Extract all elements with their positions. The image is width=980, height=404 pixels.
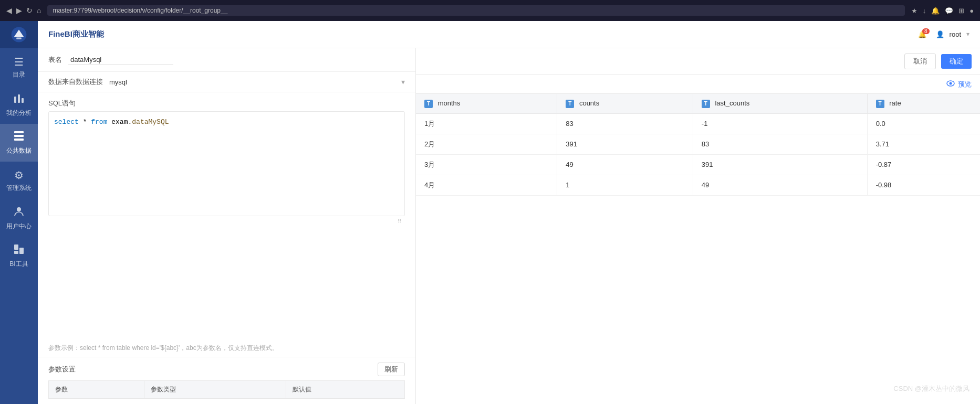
topbar-nav-icons: ◀ ▶ ↻ ⌂ (6, 6, 41, 15)
svg-rect-7 (14, 135, 24, 137)
nav-home-icon[interactable]: ⌂ (37, 6, 41, 15)
data-table: T months T counts T last_counts (416, 94, 980, 196)
sidebar-item-dashboard[interactable]: ☰ 目录 (0, 48, 38, 86)
nav-forward-icon[interactable]: ▶ (16, 6, 22, 15)
content-header: FineBI商业智能 🔔 8 👤 root ▾ (38, 21, 980, 48)
svg-rect-2 (16, 38, 22, 39)
user-dropdown-icon[interactable]: ▾ (966, 30, 969, 38)
preview-label[interactable]: 预览 (958, 80, 972, 89)
sql-section: SQL语句 select * from exam.dataMySQL ⠿ (38, 92, 415, 339)
dashboard-icon: ☰ (14, 56, 24, 68)
svg-rect-8 (14, 139, 24, 141)
cell-months-2: 3月 (416, 154, 557, 175)
sidebar-item-label-myanalysis: 我的分析 (6, 109, 32, 118)
type-icon-last-counts: T (702, 100, 710, 108)
notification-icon[interactable]: 🔔 8 (918, 30, 926, 38)
admin-icon: ⚙ (14, 169, 24, 182)
nav-refresh-icon[interactable]: ↻ (26, 6, 33, 15)
param-table: 参数 参数类型 默认值 (48, 380, 405, 399)
content-body: 表名 数据来自数据连接 mysql ▾ SQL语句 select (38, 48, 980, 404)
col-label-rate: rate (889, 99, 901, 107)
content-area: FineBI商业智能 🔔 8 👤 root ▾ 表名 (38, 21, 980, 404)
col-header-counts: T counts (557, 94, 693, 113)
svg-rect-5 (22, 98, 24, 103)
svg-rect-12 (14, 244, 18, 250)
sidebar-item-myanalysis[interactable]: 我的分析 (0, 86, 38, 124)
chevron-down-icon: ▾ (401, 78, 405, 86)
publicdata-icon (13, 130, 25, 144)
usercenter-icon (13, 206, 25, 220)
sidebar: ☰ 目录 我的分析 公共数据 ⚙ (0, 21, 38, 404)
svg-rect-4 (18, 94, 20, 103)
app-name: FineBI商业智能 (48, 29, 104, 39)
sidebar-logo (0, 21, 38, 48)
table-name-input[interactable] (68, 55, 173, 65)
param-header: 参数设置 刷新 (48, 363, 405, 376)
sidebar-item-bitools[interactable]: BI工具 (0, 237, 38, 275)
sql-table-ref: exam.dataMySQL (111, 118, 169, 126)
col-label-months: months (438, 99, 461, 107)
db-connection-value: mysql (109, 78, 127, 86)
sql-star: * (83, 118, 91, 126)
cell-months-3: 4月 (416, 175, 557, 195)
cell-last-counts-1: 83 (693, 134, 867, 154)
topbar: ◀ ▶ ↻ ⌂ master:97799/webroot/decision/v/… (0, 0, 980, 21)
topbar-icon-6: ● (969, 7, 974, 15)
cell-rate-3: -0.98 (867, 175, 980, 195)
param-col-type: 参数类型 (144, 381, 286, 399)
hint-text: 参数示例：select * from table where id='${abc… (38, 339, 415, 357)
cell-last-counts-3: 49 (693, 175, 867, 195)
param-col-default: 默认值 (286, 381, 404, 399)
user-avatar-icon: 👤 (936, 30, 944, 38)
table-row: 3月49391-0.87 (416, 154, 980, 175)
sidebar-item-label-publicdata: 公共数据 (6, 146, 32, 155)
notification-badge: 8 (922, 28, 930, 34)
type-icon-rate: T (876, 100, 884, 108)
sql-keyword-select: select (54, 118, 79, 126)
topbar-icon-4: 💬 (945, 7, 953, 15)
col-label-counts: counts (579, 99, 599, 107)
preview-bar: 预览 (416, 75, 980, 94)
topbar-url[interactable]: master:97799/webroot/decision/v/config/f… (47, 5, 904, 16)
nav-back-icon[interactable]: ◀ (6, 6, 12, 15)
confirm-button[interactable]: 确定 (941, 54, 972, 69)
db-connection-select[interactable]: mysql ▾ (109, 78, 405, 86)
refresh-button[interactable]: 刷新 (378, 363, 405, 376)
svg-rect-10 (14, 251, 18, 254)
svg-rect-11 (19, 248, 24, 254)
sidebar-item-label-bitools: BI工具 (9, 260, 28, 269)
app-logo-icon (11, 26, 27, 43)
sidebar-item-label-usercenter: 用户中心 (6, 222, 32, 231)
table-row: 2月391833.71 (416, 134, 980, 154)
svg-rect-3 (14, 97, 16, 103)
sidebar-item-admin[interactable]: ⚙ 管理系统 (0, 162, 38, 199)
sidebar-item-publicdata[interactable]: 公共数据 (0, 124, 38, 162)
table-name-row: 表名 (38, 48, 415, 72)
svg-rect-6 (14, 131, 24, 133)
col-header-rate: T rate (867, 94, 980, 113)
param-title: 参数设置 (48, 365, 76, 374)
sql-keyword-from: from (91, 118, 107, 126)
cell-months-0: 1月 (416, 113, 557, 134)
db-connection-label: 数据来自数据连接 (48, 77, 103, 87)
cell-counts-2: 49 (557, 154, 693, 175)
topbar-icon-3: 🔔 (931, 7, 940, 15)
topbar-right: ★ ↓ 🔔 💬 ⊞ ● (911, 7, 974, 15)
param-col-param: 参数 (49, 381, 144, 399)
right-panel: 取消 确定 预览 (416, 48, 980, 404)
cancel-button[interactable]: 取消 (904, 54, 936, 69)
type-icon-months: T (424, 100, 433, 108)
sql-editor[interactable]: select * from exam.dataMySQL (48, 111, 405, 216)
myanalysis-icon (13, 92, 25, 107)
cell-months-1: 2月 (416, 134, 557, 154)
resize-handle[interactable]: ⠿ (48, 216, 405, 225)
user-name: root (950, 30, 961, 38)
cell-rate-0: 0.0 (867, 113, 980, 134)
sidebar-item-label-dashboard: 目录 (13, 70, 25, 79)
table-name-label: 表名 (48, 55, 62, 65)
sidebar-item-usercenter[interactable]: 用户中心 (0, 199, 38, 237)
svg-point-9 (17, 207, 21, 211)
left-panel: 表名 数据来自数据连接 mysql ▾ SQL语句 select (38, 48, 416, 404)
cell-counts-1: 391 (557, 134, 693, 154)
cell-last-counts-2: 391 (693, 154, 867, 175)
